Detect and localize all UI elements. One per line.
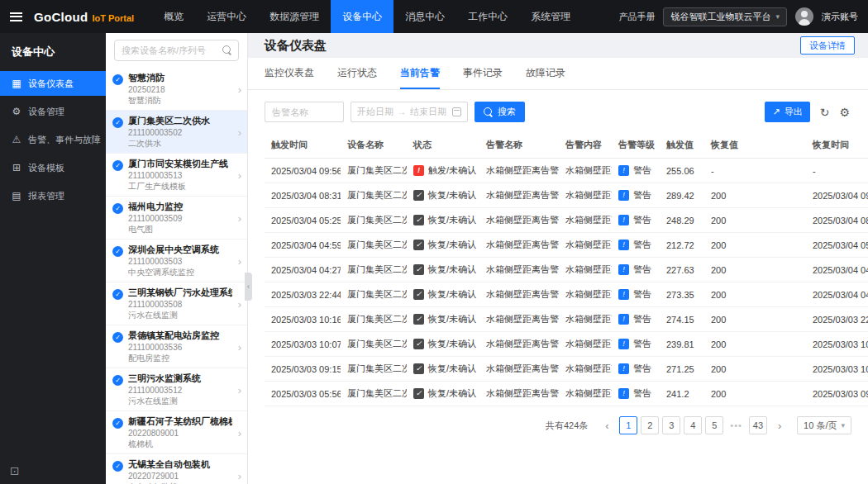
logo-text: GoCloud <box>34 10 88 24</box>
cell-status: 恢复/未确认 <box>407 382 479 406</box>
cell-recovery-value: 200 <box>704 332 806 357</box>
page-number-button[interactable]: 4 <box>684 416 702 434</box>
page-number-list: 1 2 3 4 5 ••• 43 <box>619 416 767 434</box>
table-row[interactable]: 2025/03/03 10:16:03 厦门集美区二次供水 恢复/未确认 水箱侧… <box>265 307 868 332</box>
tab[interactable]: 监控仪表盘 <box>265 66 314 89</box>
tab[interactable]: 运行状态 <box>337 66 377 89</box>
device-subtitle: 中央空调系统监控 <box>128 267 232 278</box>
cell-recovery-value: 200 <box>704 282 806 307</box>
cell-device-name: 厦门集美区二次供水 <box>341 282 407 307</box>
tab-bar: 监控仪表盘 运行状态 当前告警 事件记录 故障记录 <box>248 58 868 90</box>
cell-status: 恢复/未确认 <box>407 357 479 382</box>
table-row[interactable]: 2025/03/04 05:25:37 厦门集美区二次供水 恢复/未确认 水箱侧… <box>265 208 868 233</box>
status-label: 恢复/未确认 <box>428 288 476 301</box>
cell-alert-name: 水箱侧壁距离告警 <box>479 159 559 183</box>
top-nav-item[interactable]: 系统管理 <box>519 0 582 33</box>
device-list-item[interactable]: 三明污水监测系统 211100003512 污水在线监测 <box>106 368 247 411</box>
column-header: 状态 <box>407 132 479 159</box>
device-list-item[interactable]: 厦门市同安某模切生产线 211100003513 工厂生产线模板 <box>106 154 247 197</box>
table-row[interactable]: 2025/03/04 04:27:37 厦门集美区二次供水 恢复/未确认 水箱侧… <box>265 258 868 282</box>
top-nav-item[interactable]: 数据源管理 <box>258 0 331 33</box>
cell-alert-name: 水箱侧壁距离告警 <box>479 357 559 382</box>
cell-alert-level: 警告 <box>612 233 660 258</box>
page-number-button[interactable]: 43 <box>749 416 767 434</box>
sidebar-item[interactable]: ⚠ 告警、事件与故障 <box>0 127 106 152</box>
top-nav-item[interactable]: 设备中心 <box>331 0 393 33</box>
table-row[interactable]: 2025/03/04 08:31:47 厦门集美区二次供水 恢复/未确认 水箱侧… <box>265 183 868 208</box>
account-name[interactable]: 演示账号 <box>822 11 858 23</box>
top-nav-item[interactable]: 消息中心 <box>393 0 456 33</box>
menu-toggle-icon[interactable] <box>10 12 22 21</box>
table-row[interactable]: 2025/03/03 05:56:11 厦门集美区二次供水 恢复/未确认 水箱侧… <box>265 382 868 406</box>
export-button-label: 导出 <box>785 106 803 118</box>
check-circle-icon <box>112 418 123 429</box>
sidebar-item-label: 报表管理 <box>28 190 64 202</box>
table-row[interactable]: 2025/03/03 22:44:48 厦门集美区二次供水 恢复/未确认 水箱侧… <box>265 282 868 307</box>
platform-select[interactable]: 锐谷智联工业物联云平台 ▾ <box>663 7 787 26</box>
sidebar-item[interactable]: ⊞ 设备模板 <box>0 155 106 180</box>
export-button[interactable]: ↗ 导出 <box>765 102 809 122</box>
device-list-item[interactable]: 深圳会展中央空调系统 211100003503 中央空调系统监控 <box>106 240 247 282</box>
cell-recovery-value: 200 <box>704 233 806 258</box>
top-nav-item[interactable]: 运营中心 <box>195 0 258 33</box>
level-badge-icon <box>618 165 629 176</box>
refresh-icon[interactable]: ↻ <box>820 106 830 119</box>
alert-name-input[interactable] <box>265 102 344 122</box>
cell-recovery-value: 200 <box>704 382 806 406</box>
page-size-select[interactable]: 10 条/页 ▾ <box>797 416 851 434</box>
table-row[interactable]: 2025/03/03 10:07:13 厦门集美区二次供水 恢复/未确认 水箱侧… <box>265 332 868 357</box>
top-nav-item[interactable]: 概览 <box>152 0 195 33</box>
device-list-item[interactable]: 无锡某全自动包装机 20220729001 全自动包装机 <box>106 454 247 484</box>
device-list-item[interactable]: 景德镇某配电站房监控 211100003536 配电房监控 <box>106 325 247 368</box>
page-number-button[interactable]: 2 <box>641 416 659 434</box>
export-icon: ↗ <box>772 107 780 117</box>
sidebar-item[interactable]: ▦ 设备仪表盘 <box>0 71 106 96</box>
table-row[interactable]: 2025/03/04 04:59:56 厦门集美区二次供水 恢复/未确认 水箱侧… <box>265 233 868 258</box>
page-number-button[interactable]: 1 <box>619 416 637 434</box>
tab[interactable]: 事件记录 <box>463 66 503 89</box>
platform-select-value: 锐谷智联工业物联云平台 <box>670 11 770 23</box>
device-serial: 20250218 <box>128 84 232 95</box>
cell-recovery-value: 200 <box>704 307 806 332</box>
sidebar-item-icon: ▦ <box>11 78 22 89</box>
tab[interactable]: 当前告警 <box>400 66 440 89</box>
check-circle-icon <box>112 289 123 300</box>
device-list-item[interactable]: 福州电力监控 211100003509 电气图 <box>106 197 247 240</box>
sidebar-item[interactable]: ▤ 报表管理 <box>0 183 106 208</box>
avatar[interactable] <box>795 7 813 26</box>
page-number-button[interactable]: 5 <box>705 416 723 434</box>
cell-trigger-time: 2025/03/03 10:16:03 <box>265 307 341 332</box>
search-icon[interactable] <box>222 45 232 55</box>
next-page-button[interactable]: › <box>770 416 789 434</box>
cell-alert-name: 水箱侧壁距离告警 <box>479 382 559 406</box>
table-row[interactable]: 2025/03/03 09:15:08 厦门集美区二次供水 恢复/未确认 水箱侧… <box>265 357 868 382</box>
top-nav-item[interactable]: 工作中心 <box>456 0 519 33</box>
status-label: 恢复/未确认 <box>428 363 476 375</box>
page-number-button[interactable]: 3 <box>662 416 680 434</box>
page-number-button[interactable]: ••• <box>727 416 746 434</box>
level-badge-icon <box>618 190 629 201</box>
table-row[interactable]: 2025/03/04 09:56:50 厦门集美区二次供水 触发/未确认 水箱侧… <box>265 159 868 183</box>
cell-trigger-time: 2025/03/04 09:56:50 <box>265 159 341 183</box>
date-range-picker[interactable]: 开始日期 → 结束日期 <box>351 102 468 122</box>
cell-trigger-value: 248.29 <box>660 208 704 233</box>
panel-collapse-handle[interactable]: ‹ <box>245 273 252 301</box>
chevron-right-icon <box>238 383 241 396</box>
device-list-item[interactable]: 三明某钢铁厂污水处理系统 211100003508 污水在线监测 <box>106 282 247 325</box>
device-search-input[interactable] <box>114 40 239 61</box>
settings-icon[interactable]: ⚙ <box>839 106 850 119</box>
status-icon <box>413 190 424 201</box>
device-list-item[interactable]: 厦门集美区二次供水 211100003502 二次供水 <box>106 111 247 154</box>
level-label: 警告 <box>633 189 651 202</box>
prev-page-button[interactable]: ‹ <box>598 416 616 434</box>
product-manual-link[interactable]: 产品手册 <box>618 11 655 23</box>
device-list-item[interactable]: 新疆石河子某纺织厂梳棉机 20220809001 梳棉机 <box>106 411 247 454</box>
sidebar-collapse-icon[interactable]: ⊡ <box>10 464 20 477</box>
device-detail-button[interactable]: 设备详情 <box>800 36 855 55</box>
tab[interactable]: 故障记录 <box>526 66 565 89</box>
search-button[interactable]: 搜索 <box>475 102 525 122</box>
sidebar-item[interactable]: ⚙ 设备管理 <box>0 99 106 124</box>
level-label: 警告 <box>633 288 651 301</box>
status-label: 恢复/未确认 <box>428 239 476 251</box>
device-list-item[interactable]: 智慧消防 20250218 智慧消防 <box>106 68 247 111</box>
